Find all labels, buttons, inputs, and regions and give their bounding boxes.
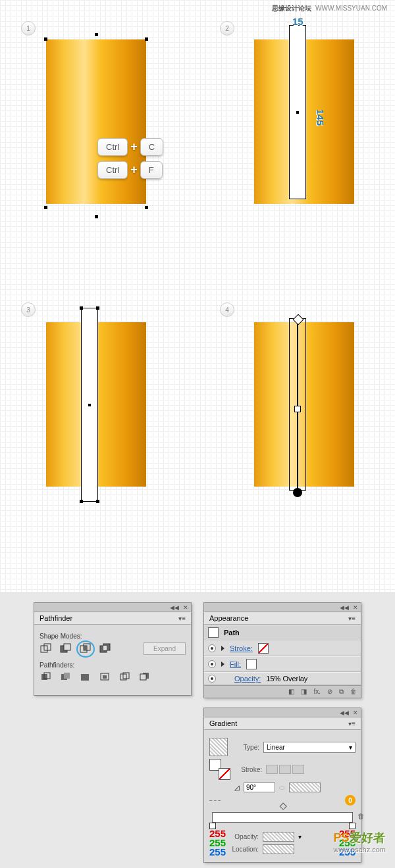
dimension-height: 145 (315, 109, 326, 126)
key-ctrl: Ctrl (97, 161, 128, 179)
svg-rect-20 (140, 674, 146, 680)
panel-title: Appearance (209, 614, 248, 622)
svg-rect-6 (84, 646, 87, 650)
stop-location-input[interactable] (263, 844, 294, 854)
appearance-opacity-row[interactable]: Opacity: 15% Overlay (204, 672, 361, 685)
stop-opacity-input[interactable] (263, 832, 294, 842)
gradient-preview[interactable] (209, 738, 228, 756)
expand-icon[interactable] (221, 662, 224, 667)
trash-icon[interactable]: 🗑 (357, 812, 365, 820)
path-thumb-icon (208, 627, 219, 638)
appearance-stroke-row[interactable]: Stroke: (204, 640, 361, 656)
panel-tabs[interactable]: ◀◀✕ (204, 708, 361, 717)
dimension-width: 15 (292, 16, 303, 27)
gradient-type-select[interactable]: Linear▾ (263, 742, 356, 753)
clear-icon[interactable]: ⊘ (327, 688, 332, 696)
opacity-label[interactable]: Opacity: (234, 675, 261, 683)
appearance-footer: ◧ ◨ fx. ⊘ ⧉ 🗑 (204, 685, 361, 698)
duplicate-icon[interactable]: ⧉ (339, 688, 344, 696)
pathfinders-label: Pathfinders: (40, 662, 186, 669)
panels-area: ◀◀✕ Pathfinder ▾≡ Shape Modes: Expand Pa… (0, 592, 395, 868)
svg-rect-13 (64, 673, 70, 679)
panel-title: Gradient (209, 719, 237, 727)
svg-rect-14 (81, 674, 89, 681)
stroke-label: Stroke: (234, 766, 262, 773)
aspect-icon: ⬭ (279, 784, 285, 792)
crop-icon[interactable] (99, 671, 112, 683)
minus-back-icon[interactable] (138, 671, 151, 683)
outline-icon[interactable] (118, 671, 132, 683)
panel-title: Pathfinder (40, 614, 72, 622)
link-icon (209, 800, 221, 801)
step-badge-2: 2 (220, 21, 234, 36)
appearance-panel: ◀◀✕ Appearance ▾≡ Path Stroke: (203, 602, 361, 698)
watermark-top: 思缘设计论坛WWW.MISSYUAN.COM (272, 4, 387, 13)
svg-rect-16 (103, 675, 107, 679)
stroke-gradient-type[interactable] (266, 765, 304, 774)
gradient-slider[interactable]: 🗑 (212, 812, 353, 823)
minus-front-icon[interactable] (59, 643, 72, 655)
plus-icon: + (130, 140, 138, 154)
intersect-icon[interactable] (79, 643, 92, 655)
panel-tabs[interactable]: ◀◀✕ (34, 603, 191, 612)
rgb-left: 255 255 255 (209, 829, 226, 857)
fill-label[interactable]: Fill: (230, 660, 241, 668)
cylinder-step3 (46, 322, 146, 500)
cylinder-step4 (254, 322, 354, 500)
unite-icon[interactable] (40, 643, 53, 655)
expand-button[interactable]: Expand (144, 642, 186, 655)
keyboard-shortcuts: Ctrl + C Ctrl + F (97, 138, 163, 184)
new-stroke-icon[interactable]: ◨ (301, 688, 307, 696)
merge-icon[interactable] (79, 671, 92, 683)
location-label: Location: (231, 846, 259, 853)
step-badge-1: 1 (21, 21, 36, 36)
step-badge-3: 3 (21, 302, 36, 317)
panel-menu-icon[interactable]: ▾≡ (178, 615, 186, 622)
cylinder-step1: Ctrl + C Ctrl + F (46, 39, 146, 217)
white-rectangle (289, 25, 306, 199)
fx-button[interactable]: fx. (313, 688, 321, 696)
exclude-icon[interactable] (99, 643, 112, 655)
trash-icon[interactable]: 🗑 (350, 688, 357, 696)
key-ctrl: Ctrl (97, 138, 128, 156)
key-f: F (140, 161, 163, 179)
opacity-value: 15% Overlay (266, 675, 307, 683)
appearance-path-row[interactable]: Path (204, 625, 361, 640)
aspect-input[interactable] (289, 783, 321, 792)
step-badge-4: 4 (220, 302, 234, 317)
angle-input[interactable] (244, 783, 275, 792)
cylinder-step2: 15 145 (254, 39, 354, 217)
angle-icon: ◿ (234, 784, 240, 791)
svg-rect-9 (103, 646, 107, 650)
key-c: C (140, 138, 163, 156)
pathfinder-panel: ◀◀✕ Pathfinder ▾≡ Shape Modes: Expand Pa… (34, 602, 192, 696)
panel-menu-icon[interactable]: ▾≡ (348, 615, 356, 622)
zero-badge: 0 (345, 795, 356, 806)
opacity-label: Opacity: (231, 833, 259, 840)
expand-icon[interactable] (221, 646, 224, 651)
fill-stroke-swatches[interactable] (209, 759, 230, 780)
gradient-annotator (296, 318, 300, 493)
white-rectangle (81, 308, 98, 502)
gradient-stop-left[interactable] (209, 823, 216, 829)
visibility-icon[interactable] (208, 644, 216, 652)
type-label: Type: (232, 744, 259, 751)
new-fill-icon[interactable]: ◧ (288, 688, 294, 696)
panel-tabs[interactable]: ◀◀✕ (204, 603, 361, 612)
watermark-bottom: PS爱好者 www.psahz.com (334, 830, 386, 854)
svg-rect-3 (64, 644, 70, 650)
appearance-fill-row[interactable]: Fill: (204, 656, 361, 672)
shape-modes-label: Shape Modes: (40, 633, 186, 640)
fill-swatch[interactable] (246, 659, 257, 669)
visibility-icon[interactable] (208, 675, 216, 683)
visibility-icon[interactable] (208, 660, 216, 668)
panel-menu-icon[interactable]: ▾≡ (348, 720, 356, 727)
no-stroke-swatch[interactable] (258, 643, 269, 654)
stroke-label[interactable]: Stroke: (230, 644, 253, 652)
plus-icon: + (130, 163, 138, 177)
trim-icon[interactable] (59, 671, 72, 683)
tutorial-grid: 思缘设计论坛WWW.MISSYUAN.COM 1 2 3 4 Ctrl + C … (0, 0, 395, 592)
gradient-stop-right[interactable] (349, 823, 356, 829)
divide-icon[interactable] (40, 671, 53, 683)
